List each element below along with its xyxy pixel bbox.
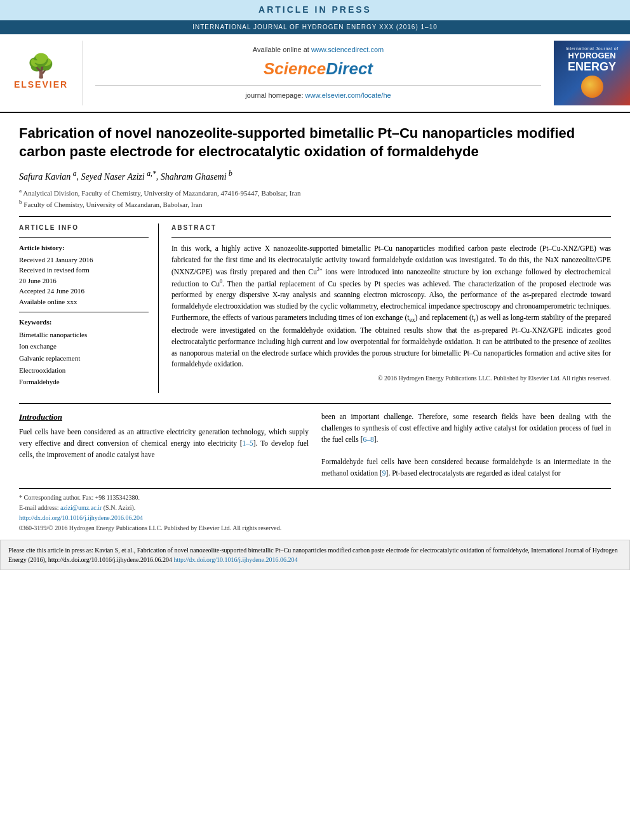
introduction-heading: Introduction — [19, 411, 309, 423]
affiliations: a Analytical Division, Faculty of Chemis… — [19, 187, 611, 210]
keywords-list: Bimetallic nanoparticles Ion exchange Ga… — [19, 329, 149, 388]
doi-link[interactable]: http://dx.doi.org/10.1016/j.ijhydene.201… — [19, 514, 143, 521]
two-col-section: ARTICLE INFO Article history: Received 2… — [19, 223, 611, 393]
received-text: Received 21 January 2016 — [19, 255, 149, 265]
keyword-3: Galvanic replacement — [19, 352, 149, 364]
keywords-heading: Keywords: — [19, 317, 149, 327]
affiliation-b: b Faculty of Chemistry, University of Ma… — [19, 198, 611, 210]
introduction-right-text: been an important challenge. Therefore, … — [321, 411, 611, 479]
author-azizi: Seyed Naser Azizi — [81, 171, 145, 181]
author-safura: Safura Kavian — [19, 171, 70, 181]
ref-9-link[interactable]: 9 — [382, 469, 386, 477]
banner-text: ARTICLE IN PRESS — [258, 4, 372, 15]
abstract-text: In this work, a highly active X nanozeol… — [171, 243, 611, 370]
science-part: Science — [264, 59, 326, 78]
center-header: Available online at www.sciencedirect.co… — [83, 41, 554, 106]
body-right-col: been an important challenge. Therefore, … — [321, 411, 611, 479]
sciencedirect-url-link[interactable]: www.sciencedirect.com — [311, 46, 384, 53]
sciencedirect-logo: ScienceDirect — [264, 57, 373, 80]
available-online-text: Available online at www.sciencedirect.co… — [253, 45, 384, 55]
elsevier-tree-icon: 🌳 — [14, 55, 68, 77]
copyright-line: © 2016 Hydrogen Energy Publications LLC.… — [171, 374, 611, 383]
journal-homepage-link[interactable]: www.elsevier.com/locate/he — [305, 91, 391, 99]
elsevier-wordmark: ELSEVIER — [14, 79, 68, 91]
revised-date: 20 June 2016 — [19, 276, 149, 286]
corresponding-author: * Corresponding author. Fax: +98 1135342… — [19, 493, 611, 503]
keyword-1: Bimetallic nanoparticles — [19, 329, 149, 341]
journal-homepage: journal homepage: www.elsevier.com/locat… — [95, 85, 541, 100]
available-text: Available online xxx — [19, 297, 149, 307]
abstract-label: ABSTRACT — [171, 223, 611, 232]
accepted-text: Accepted 24 June 2016 — [19, 286, 149, 297]
direct-part: Direct — [326, 59, 373, 78]
introduction-left-text: Fuel cells have been considered as an at… — [19, 427, 309, 460]
title-divider — [19, 216, 611, 217]
body-section-divider — [19, 403, 611, 404]
elsevier-logo: 🌳 ELSEVIER — [14, 55, 68, 91]
body-left-col: Introduction Fuel cells have been consid… — [19, 411, 309, 479]
author-azizi-sup: a,* — [147, 170, 156, 178]
citation-box: Please cite this article in press as: Ka… — [0, 540, 630, 570]
keyword-5: Formaldehyde — [19, 376, 149, 388]
article-title: Fabrication of novel nanozeolite-support… — [19, 124, 611, 161]
affiliation-a: a Analytical Division, Faculty of Chemis… — [19, 187, 611, 198]
article-in-press-banner: ARTICLE IN PRESS — [0, 0, 630, 20]
abstract-divider — [171, 237, 611, 238]
history-group: Article history: Received 21 January 201… — [19, 243, 149, 307]
email-link[interactable]: azizi@umz.ac.ir — [60, 504, 102, 511]
history-heading: Article history: — [19, 243, 149, 253]
email-line: E-mail address: azizi@umz.ac.ir (S.N. Az… — [19, 503, 611, 513]
journal-strip-text: INTERNATIONAL JOURNAL OF HYDROGEN ENERGY… — [192, 23, 438, 30]
hydrogen-label: HYDROGEN ENERGY — [568, 51, 616, 73]
authors-line: Safura Kavian a, Seyed Naser Azizi a,*, … — [19, 169, 611, 183]
article-body: Fabrication of novel nanozeolite-support… — [0, 124, 630, 533]
ref-1-5-link[interactable]: 1–5 — [243, 439, 253, 447]
doi-line: http://dx.doi.org/10.1016/j.ijhydene.201… — [19, 513, 611, 523]
keywords-divider — [19, 312, 149, 312]
abstract-col: ABSTRACT In this work, a highly active X… — [171, 223, 611, 393]
info-divider — [19, 237, 149, 238]
article-info-col: ARTICLE INFO Article history: Received 2… — [19, 223, 159, 393]
article-info-label: ARTICLE INFO — [19, 223, 149, 232]
he-circle-icon — [581, 76, 603, 98]
elsevier-logo-box: 🌳 ELSEVIER — [0, 41, 83, 106]
keyword-4: Electrooxidation — [19, 364, 149, 377]
author-ghasemi: Shahram Ghasemi — [161, 171, 227, 181]
revised-text: Received in revised form — [19, 265, 149, 276]
body-area: Introduction Fuel cells have been consid… — [19, 411, 611, 479]
keyword-2: Ion exchange — [19, 340, 149, 352]
footnote-area: * Corresponding author. Fax: +98 1135342… — [19, 488, 611, 533]
author-safura-sup: a — [73, 170, 77, 178]
hydrogen-energy-box: International Journal of HYDROGEN ENERGY — [554, 41, 630, 106]
ref-6-8-link[interactable]: 6–8 — [363, 436, 373, 443]
citation-doi-link[interactable]: http://dx.doi.org/10.1016/j.ijhydene.201… — [173, 556, 297, 563]
journal-header-strip: INTERNATIONAL JOURNAL OF HYDROGEN ENERGY… — [0, 20, 630, 34]
keywords-group: Keywords: Bimetallic nanoparticles Ion e… — [19, 317, 149, 388]
issn-line: 0360-3199/© 2016 Hydrogen Energy Publica… — [19, 523, 611, 533]
top-section: 🌳 ELSEVIER Available online at www.scien… — [0, 34, 630, 114]
author-ghasemi-sup: b — [229, 170, 232, 178]
